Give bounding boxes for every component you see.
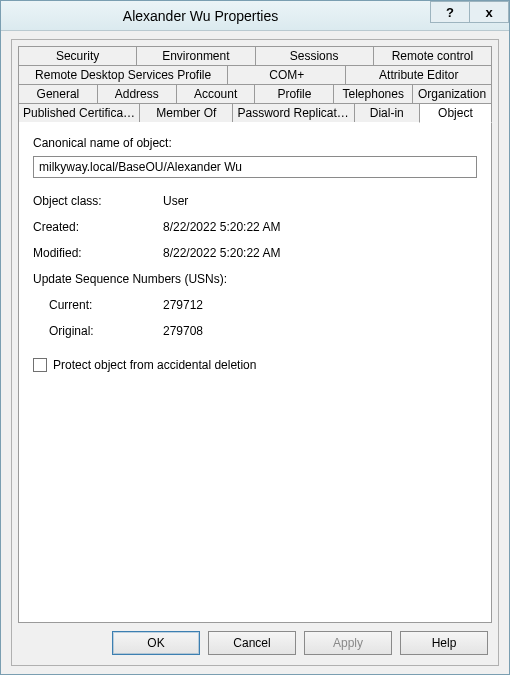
usn-header: Update Sequence Numbers (USNs): [33, 272, 477, 286]
usn-current-row: Current: 279712 [33, 298, 477, 312]
tab-object[interactable]: Object [419, 103, 492, 123]
usn-original-value: 279708 [163, 324, 477, 338]
tab-strip: Security Environment Sessions Remote con… [18, 46, 492, 123]
canonical-name-input[interactable] [33, 156, 477, 178]
tab-organization[interactable]: Organization [412, 84, 492, 104]
tab-profile[interactable]: Profile [254, 84, 334, 104]
ok-button[interactable]: OK [112, 631, 200, 655]
tab-row-4: Published Certificates Member Of Passwor… [18, 104, 492, 123]
cancel-button[interactable]: Cancel [208, 631, 296, 655]
help-icon[interactable]: ? [430, 1, 470, 23]
tab-row-3: General Address Account Profile Telephon… [18, 85, 492, 104]
object-class-value: User [163, 194, 477, 208]
canonical-name-label: Canonical name of object: [33, 136, 477, 150]
content-area: Security Environment Sessions Remote con… [1, 31, 509, 674]
tab-published-certificates[interactable]: Published Certificates [18, 103, 140, 123]
protect-checkbox-row[interactable]: Protect object from accidental deletion [33, 358, 477, 372]
modified-label: Modified: [33, 246, 163, 260]
tab-account[interactable]: Account [176, 84, 256, 104]
help-button[interactable]: Help [400, 631, 488, 655]
tab-dial-in[interactable]: Dial-in [354, 103, 420, 123]
created-value: 8/22/2022 5:20:22 AM [163, 220, 477, 234]
usn-original-label: Original: [49, 324, 163, 338]
object-class-label: Object class: [33, 194, 163, 208]
tab-address[interactable]: Address [97, 84, 177, 104]
window-title: Alexander Wu Properties [11, 8, 430, 24]
tab-member-of[interactable]: Member Of [139, 103, 233, 123]
usn-original-row: Original: 279708 [33, 324, 477, 338]
modified-value: 8/22/2022 5:20:22 AM [163, 246, 477, 260]
button-row: OK Cancel Apply Help [18, 623, 492, 657]
titlebar: Alexander Wu Properties ? x [1, 1, 509, 31]
modified-row: Modified: 8/22/2022 5:20:22 AM [33, 246, 477, 260]
tab-remote-control[interactable]: Remote control [373, 46, 492, 66]
usn-current-label: Current: [49, 298, 163, 312]
tab-content-object: Canonical name of object: Object class: … [18, 122, 492, 623]
tab-environment[interactable]: Environment [136, 46, 255, 66]
tab-password-replication[interactable]: Password Replication [232, 103, 354, 123]
tab-row-2: Remote Desktop Services Profile COM+ Att… [18, 66, 492, 85]
created-label: Created: [33, 220, 163, 234]
tab-general[interactable]: General [18, 84, 98, 104]
tab-rds-profile[interactable]: Remote Desktop Services Profile [18, 65, 228, 85]
created-row: Created: 8/22/2022 5:20:22 AM [33, 220, 477, 234]
titlebar-buttons: ? x [430, 1, 509, 30]
object-class-row: Object class: User [33, 194, 477, 208]
tab-complus[interactable]: COM+ [227, 65, 346, 85]
close-icon[interactable]: x [469, 1, 509, 23]
tab-row-1: Security Environment Sessions Remote con… [18, 46, 492, 66]
properties-window: Alexander Wu Properties ? x Security Env… [0, 0, 510, 675]
tab-sessions[interactable]: Sessions [255, 46, 374, 66]
dialog-inner: Security Environment Sessions Remote con… [11, 39, 499, 666]
usn-current-value: 279712 [163, 298, 477, 312]
protect-checkbox-label: Protect object from accidental deletion [53, 358, 256, 372]
protect-checkbox[interactable] [33, 358, 47, 372]
tab-telephones[interactable]: Telephones [333, 84, 413, 104]
apply-button[interactable]: Apply [304, 631, 392, 655]
tab-attribute-editor[interactable]: Attribute Editor [345, 65, 492, 85]
tab-security[interactable]: Security [18, 46, 137, 66]
